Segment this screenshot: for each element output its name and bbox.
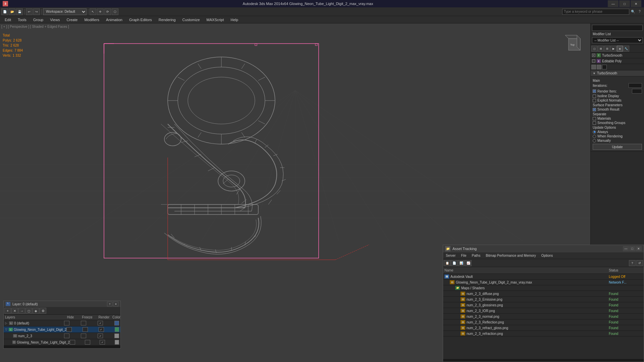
layer-row-neon[interactable]: ▽ L Glowing_Neon_Tube_Light_Digit_2 ✓ (4, 326, 120, 333)
asset-menu-bitmap[interactable]: Bitmap Performance and Memory (483, 252, 539, 259)
freeze-check-0[interactable] (81, 321, 86, 325)
menu-customize[interactable]: Customize (179, 16, 203, 23)
layer-add-selection-btn[interactable]: → (18, 308, 25, 314)
open-btn[interactable]: 📂 (9, 8, 15, 15)
editpoly-checkbox[interactable] (592, 59, 595, 63)
asset-menu-file[interactable]: File (458, 252, 469, 259)
asset-row-10[interactable]: 🖼num_2_3_refraction.pngFound (443, 331, 644, 337)
asset-tb-1[interactable]: 📋 (444, 260, 450, 266)
panel-create-btn[interactable]: ◻ (591, 46, 597, 52)
menu-maxscript[interactable]: MAXScript (203, 16, 227, 23)
menu-create[interactable]: Create (63, 16, 81, 23)
materials-cb[interactable] (593, 117, 596, 120)
layer-new-btn[interactable]: + (4, 308, 11, 314)
menu-animation[interactable]: Animation (103, 16, 126, 23)
save-btn[interactable]: 💾 (16, 8, 23, 15)
freeze-check-2[interactable] (81, 334, 86, 338)
hide-0[interactable] (64, 321, 81, 325)
asset-menu-server[interactable]: Server (443, 252, 458, 259)
manually-radio[interactable] (593, 139, 596, 142)
turbosmooth-checkbox[interactable]: ✓ (592, 54, 595, 57)
asset-row-0[interactable]: 🏢Autodesk VaultLogged Off (443, 274, 644, 280)
asset-maximize-btn[interactable]: □ (629, 246, 635, 251)
view-cube[interactable]: Top (564, 34, 584, 54)
modifier-editable-poly[interactable]: E Editable Poly (591, 58, 644, 64)
layer-scrollbar[interactable] (4, 346, 120, 348)
close-btn[interactable]: ✕ (631, 0, 641, 7)
new-btn[interactable]: 📄 (1, 8, 8, 15)
hide-3[interactable] (70, 340, 85, 345)
asset-row-2[interactable]: 📁Maps / Shaders (443, 285, 644, 291)
render-check-3[interactable]: ✓ (100, 340, 105, 345)
render-check-1[interactable]: ✓ (99, 327, 104, 332)
hide-1[interactable] (66, 327, 83, 332)
hide-2[interactable] (64, 334, 81, 338)
asset-row-4[interactable]: 🖼num_2_3_Emissive.pngFound (443, 297, 644, 302)
menu-tools[interactable]: Tools (14, 16, 30, 23)
freeze-2[interactable] (81, 334, 98, 338)
update-btn[interactable]: Update (593, 144, 642, 150)
search-icon-btn[interactable]: 🔍 (630, 9, 636, 15)
move-btn[interactable]: ✛ (97, 8, 104, 15)
asset-refresh-btn[interactable]: ↺ (636, 260, 643, 266)
render-check-2[interactable]: ✓ (98, 334, 103, 338)
layer-help-btn[interactable]: ? (107, 302, 112, 306)
rotate-btn[interactable]: ⟳ (104, 8, 111, 15)
when-rendering-radio[interactable] (593, 135, 596, 138)
redo-btn[interactable]: ↪ (33, 8, 40, 15)
workspace-dropdown[interactable]: Workspace: Default (43, 8, 87, 15)
smooth-result-cb[interactable]: ✓ (593, 108, 596, 111)
menu-edit[interactable]: Edit (1, 16, 14, 23)
undo-btn[interactable]: ↩ (26, 8, 33, 15)
asset-title-bar[interactable]: 📁 Asset Tracking — □ ✕ (443, 245, 644, 252)
asset-row-3[interactable]: 🖼num_2_3_diffuse.pngFound (443, 291, 644, 297)
modifier-turbosmooth[interactable]: ✓ T TurboSmooth (591, 53, 644, 58)
hide-check-2[interactable] (64, 334, 69, 338)
asset-close-btn[interactable]: ✕ (636, 246, 642, 251)
asset-row-7[interactable]: 🖼num_2_3_normal.pngFound (443, 314, 644, 319)
freeze-3[interactable] (85, 340, 100, 345)
asset-menu-paths[interactable]: Paths (469, 252, 483, 259)
asset-scrollbar-h[interactable] (443, 359, 644, 362)
render-2[interactable]: ✓ (98, 334, 114, 338)
hide-check-1[interactable] (66, 327, 72, 332)
layer-row-num23[interactable]: ⬡ num_2_3 ✓ (4, 333, 120, 339)
layer-settings-btn[interactable]: ⚙ (40, 308, 46, 314)
asset-tb-3[interactable]: 📊 (458, 260, 465, 266)
layer-row-neon2[interactable]: ⬡ Glowing_Neon_Tube_Light_Digit_2 ✓ (4, 339, 120, 346)
render-check-0[interactable]: ✓ (98, 321, 103, 325)
menu-views[interactable]: Views (47, 16, 63, 23)
panel-utilities-btn[interactable]: 🔧 (623, 46, 629, 52)
asset-tb-2[interactable]: 📄 (451, 260, 458, 266)
layer-row-default[interactable]: ▷ L 0 (default) ✓ (4, 320, 120, 326)
minimize-btn[interactable]: — (608, 0, 619, 7)
hide-check-0[interactable] (64, 321, 69, 325)
asset-row-8[interactable]: 🖼num_2_3_Reflection.pngFound (443, 319, 644, 325)
layer-highlight-btn[interactable]: ◈ (33, 308, 39, 314)
asset-row-6[interactable]: 🖼num_2_3_IOR.pngFound (443, 308, 644, 314)
freeze-check-1[interactable] (83, 327, 88, 332)
render-iters-cb[interactable]: ✓ (593, 89, 596, 93)
modifier-list-dropdown[interactable]: -- Modifier List -- (592, 37, 643, 43)
panel-motion-btn[interactable]: ▶ (610, 46, 616, 52)
object-name-field[interactable]: num_2_3 (592, 25, 643, 31)
asset-row-1[interactable]: 🖼Glowing_Neon_Tube_Light_Digit_2_max_vra… (443, 280, 644, 285)
panel-hierarchy-btn[interactable]: ⊟ (604, 46, 610, 52)
asset-row-5[interactable]: 🖼num_2_3_glossines.pngFound (443, 302, 644, 308)
render-3[interactable]: ✓ (100, 340, 115, 345)
asset-help-btn[interactable]: ? (629, 260, 636, 266)
layer-close-btn[interactable]: ✕ (113, 302, 118, 306)
smoothing-groups-cb[interactable] (593, 121, 596, 125)
asset-menu-options[interactable]: Options (539, 252, 555, 259)
hide-check-3[interactable] (70, 340, 75, 345)
asset-row-9[interactable]: 🖼num_2_3_refract_gloss.pngFound (443, 325, 644, 331)
panel-modify-btn[interactable]: ⊞ (598, 46, 604, 52)
asset-content[interactable]: 🏢Autodesk VaultLogged Off🖼Glowing_Neon_T… (443, 274, 644, 359)
layer-delete-btn[interactable]: ✕ (11, 308, 18, 314)
asset-minimize-btn[interactable]: — (623, 246, 629, 251)
maximize-btn[interactable]: □ (619, 0, 630, 7)
menu-rendering[interactable]: Rendering (155, 16, 179, 23)
panel-display-btn[interactable]: ◈ (617, 46, 623, 52)
search-input[interactable] (562, 9, 629, 15)
turbosmooth-rollout-header[interactable]: ▼ TurboSmooth (591, 70, 644, 76)
